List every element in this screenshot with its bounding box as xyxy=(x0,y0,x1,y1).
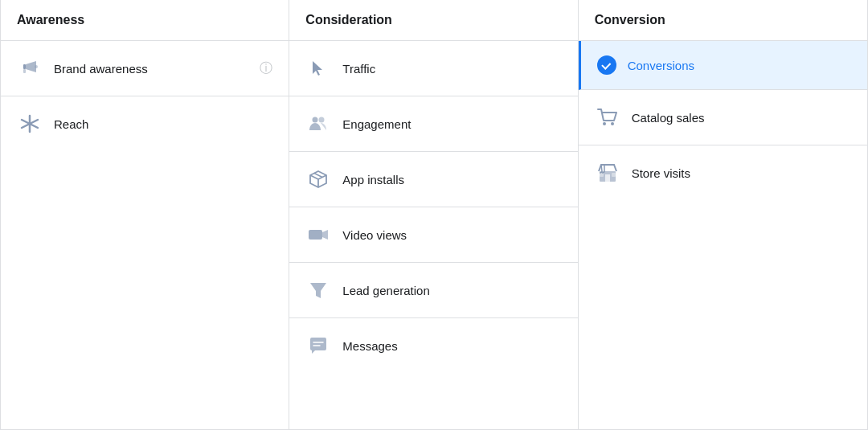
asterisk-icon xyxy=(17,111,43,137)
store-visits-label: Store visits xyxy=(632,166,690,180)
svg-rect-23 xyxy=(600,173,604,177)
conversions-label: Conversions xyxy=(628,59,694,72)
engagement-label: Engagement xyxy=(342,117,411,131)
menu-item-engagement[interactable]: Engagement xyxy=(289,96,577,152)
cursor-icon xyxy=(305,55,331,81)
svg-marker-16 xyxy=(310,283,326,298)
svg-rect-22 xyxy=(605,174,610,182)
svg-point-19 xyxy=(603,122,606,125)
svg-point-2 xyxy=(35,65,38,68)
awareness-column: Awareness Brand awareness ⓘ xyxy=(1,0,289,429)
svg-marker-15 xyxy=(322,230,328,240)
svg-marker-6 xyxy=(313,61,322,76)
conversion-column: Conversion Conversions Catalog sales xyxy=(579,0,867,429)
messages-label: Messages xyxy=(342,339,397,353)
cart-icon xyxy=(595,104,620,130)
svg-point-8 xyxy=(319,117,325,123)
menu-item-video-views[interactable]: Video views xyxy=(289,207,577,263)
menu-item-brand-awareness[interactable]: Brand awareness ⓘ xyxy=(1,41,289,96)
menu-item-app-installs[interactable]: App installs xyxy=(289,152,577,207)
consideration-column: Consideration Traffic Engagement xyxy=(289,0,578,429)
menu-item-catalog-sales[interactable]: Catalog sales xyxy=(579,90,867,145)
menu-item-store-visits[interactable]: Store visits xyxy=(579,145,867,200)
awareness-header: Awareness xyxy=(1,0,289,41)
svg-point-7 xyxy=(313,117,318,123)
lead-generation-label: Lead generation xyxy=(342,284,429,297)
selected-check-icon xyxy=(597,55,616,75)
reach-label: Reach xyxy=(54,117,88,131)
svg-rect-24 xyxy=(612,173,616,177)
svg-rect-0 xyxy=(23,64,26,69)
megaphone-icon xyxy=(17,55,43,81)
menu-item-lead-generation[interactable]: Lead generation xyxy=(289,263,577,318)
menu-item-traffic[interactable]: Traffic xyxy=(289,41,577,96)
store-icon xyxy=(595,160,620,186)
info-icon-brand-awareness[interactable]: ⓘ xyxy=(260,60,272,77)
catalog-sales-label: Catalog sales xyxy=(632,111,705,125)
campaign-objective-grid: Awareness Brand awareness ⓘ xyxy=(0,0,868,430)
menu-item-messages[interactable]: Messages xyxy=(289,318,577,373)
brand-awareness-label: Brand awareness xyxy=(54,62,148,76)
svg-line-10 xyxy=(310,175,318,179)
svg-point-20 xyxy=(611,122,614,125)
consideration-header: Consideration xyxy=(289,0,577,41)
menu-item-conversions[interactable]: Conversions xyxy=(579,41,867,90)
conversion-header: Conversion xyxy=(579,0,867,41)
svg-rect-1 xyxy=(23,69,26,73)
app-installs-label: App installs xyxy=(342,173,404,186)
funnel-icon xyxy=(305,277,331,303)
people-icon xyxy=(305,111,331,137)
menu-item-reach[interactable]: Reach xyxy=(1,96,289,151)
chat-icon xyxy=(305,333,331,358)
svg-line-13 xyxy=(314,174,322,178)
box-icon xyxy=(305,166,331,192)
video-icon xyxy=(305,222,331,248)
traffic-label: Traffic xyxy=(342,62,375,76)
video-views-label: Video views xyxy=(342,228,407,242)
svg-rect-14 xyxy=(309,230,322,240)
